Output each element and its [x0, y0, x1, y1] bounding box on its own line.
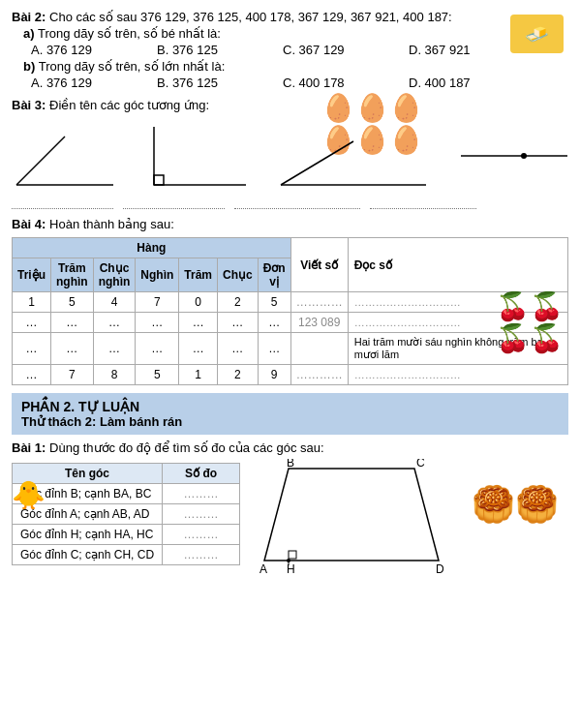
bai4-row3-chuc: 2: [218, 365, 259, 385]
bai4-row2-nghin: …: [136, 333, 179, 365]
bai4-header: Bài 4: Hoàn thành bảng sau:: [12, 217, 568, 231]
bai4-row0-don_vi: 5: [258, 292, 290, 313]
tram-header: Trăm: [179, 258, 218, 292]
bai4-row0-trieu: 1: [13, 292, 51, 313]
svg-point-8: [521, 153, 527, 159]
bai4-row0-nghin: 7: [136, 292, 179, 313]
label-H: H: [287, 562, 295, 575]
bai4-row3-tram_nghin: 7: [51, 365, 94, 385]
bai3-answer-lines: [12, 194, 568, 209]
bai4-row1-nghin: …: [136, 313, 179, 333]
bai4-row1-chuc_nghin: …: [93, 313, 136, 333]
hang-header: Hàng: [13, 238, 291, 258]
label-A: A: [259, 562, 267, 575]
bai4-row1-tram_nghin: …: [51, 313, 94, 333]
trieu-header: Triệu: [13, 258, 51, 292]
doc-so-header: Đọc số: [348, 238, 567, 292]
angle-shape-4: [456, 141, 568, 170]
svg-rect-4: [154, 175, 164, 185]
bai4-row3-chuc_nghin: 8: [93, 365, 136, 385]
bai4-row2-trieu: …: [13, 333, 51, 365]
bai3-section: Bài 3: Điền tên các góc tương ứng:: [12, 98, 568, 209]
trapezoid-figure: B C A H D: [259, 459, 443, 575]
bai4-row2-chuc: …: [218, 333, 259, 365]
bai4-row0-chuc: 2: [218, 292, 259, 313]
bai4-row1-trieu: …: [13, 313, 51, 333]
bai4-row2-don_vi: …: [258, 333, 290, 365]
chicken-decoration: 🐥: [12, 479, 46, 511]
bai2-partb-label: b) Trong dãy số trên, số lớn nhất là:: [23, 59, 568, 74]
chuc-header: Chục: [218, 258, 259, 292]
bai4-row3-tram: 1: [179, 365, 218, 385]
bai4-row3-viet-so: …………: [290, 365, 348, 385]
bai2-partb-opt-d: D. 400 187: [409, 76, 515, 90]
cherries-decoration: 🍒🍒🍒🍒: [496, 290, 564, 354]
bai4-row3-don_vi: 9: [258, 365, 290, 385]
bai4-row0-chuc_nghin: 4: [93, 292, 136, 313]
label-C: C: [416, 459, 425, 470]
bai2-parta-options: A. 376 129 B. 376 125 C. 367 129 D. 367 …: [31, 43, 568, 57]
bai1-row2-so-do: ………: [163, 525, 240, 545]
bai2-parta-label: a) Trong dãy số trên, số bé nhất là:: [23, 26, 568, 41]
geo-figure: B C A H D: [259, 459, 443, 578]
bai1-row3-ten-goc: Góc đỉnh C; cạnh CH, CD: [13, 545, 163, 565]
phan2-bai1-table: Tên góc Số đo Góc đỉnh B; cạnh BA, BC…………: [12, 463, 240, 565]
bai1-row1-so-do: ………: [163, 504, 240, 525]
bai4-row1-don_vi: …: [258, 313, 290, 333]
svg-line-5: [281, 141, 353, 185]
phan2-challenge: Thử thách 2: Làm bánh rán: [21, 414, 559, 429]
svg-marker-9: [264, 469, 439, 561]
bai4-row3-trieu: …: [13, 365, 51, 385]
tram-nghin-header: Trămnghìn: [51, 258, 94, 292]
bai2-parta-opt-a: A. 376 129: [31, 43, 137, 57]
bai4-row2-tram: …: [179, 333, 218, 365]
bai3-header: Bài 3: Điền tên các góc tương ứng:: [12, 98, 568, 112]
bai4-row0-tram: 0: [179, 292, 218, 313]
bai4-row2-viet-so: [290, 333, 348, 365]
bai1-row2-ten-goc: Góc đỉnh H; cạnh HA, HC: [13, 525, 163, 545]
phan2-header: PHẦN 2. TỰ LUẬN Thử thách 2: Làm bánh rá…: [12, 393, 568, 435]
nghin-header: Nghìn: [136, 258, 179, 292]
svg-rect-12: [289, 551, 296, 559]
phan2-title: PHẦN 2. TỰ LUẬN: [21, 399, 559, 414]
so-do-header: Số đo: [163, 464, 240, 484]
bai2-partb-opt-b: B. 376 125: [157, 76, 263, 90]
svg-line-0: [16, 136, 65, 185]
don-vi-header: Đơnvị: [258, 258, 290, 292]
bai4-row1-viet-so: 123 089: [290, 313, 348, 333]
svg-point-11: [287, 559, 290, 562]
bai2-parta-opt-d: D. 367 921: [409, 43, 515, 57]
angle-shape-2: [144, 122, 248, 190]
bai2-intro-text: Cho các số sau 376 129, 376 125, 400 178…: [49, 10, 452, 24]
bai2-label: Bài 2:: [12, 10, 46, 24]
phan2-bai1-table-wrapper: Tên góc Số đo Góc đỉnh B; cạnh BA, BC…………: [12, 459, 240, 578]
bai1-row3-so-do: ………: [163, 545, 240, 565]
viet-so-header: Viết số: [290, 238, 348, 292]
bai2-section: Bài 2: Cho các số sau 376 129, 376 125, …: [12, 10, 568, 90]
bai2-parta-opt-b: B. 376 125: [157, 43, 263, 57]
bai2-intro: Bài 2: Cho các số sau 376 129, 376 125, …: [12, 10, 568, 24]
bai1-row0-so-do: ………: [163, 484, 240, 504]
chuc-nghin-header: Chụcnghìn: [93, 258, 136, 292]
bai4-row2-tram_nghin: …: [51, 333, 94, 365]
bai4-row3-nghin: 5: [136, 365, 179, 385]
angle-shape-1: [12, 132, 115, 190]
bread-decoration: 🥮🥮: [472, 484, 559, 525]
label-B: B: [287, 459, 294, 470]
bai4-row1-chuc: …: [218, 313, 259, 333]
bai2-partb-opt-c: C. 400 178: [283, 76, 389, 90]
angle-shape-3: [276, 132, 426, 190]
butter-decoration: 🧈: [510, 15, 564, 53]
bai4-row3-doc-so: …………………………: [348, 365, 567, 385]
bai4-row0-viet-so: …………: [290, 292, 348, 313]
bai2-parta-opt-c: C. 367 129: [283, 43, 389, 57]
bai2-partb-options: A. 376 129 B. 376 125 C. 400 178 D. 400 …: [31, 76, 568, 90]
label-D: D: [436, 562, 443, 575]
phan2-bai1-header: Bài 1: Dùng thước đo độ để tìm số đo của…: [12, 440, 568, 455]
bai4-section: Bài 4: Hoàn thành bảng sau: Hàng Viết số…: [12, 217, 568, 385]
bai4-row0-tram_nghin: 5: [51, 292, 94, 313]
bai2-partb-opt-a: A. 376 129: [31, 76, 137, 90]
bai4-row1-tram: …: [179, 313, 218, 333]
bai4-row2-chuc_nghin: …: [93, 333, 136, 365]
bai4-table: Hàng Viết số Đọc số Triệu Trămnghìn Chục…: [12, 237, 568, 385]
